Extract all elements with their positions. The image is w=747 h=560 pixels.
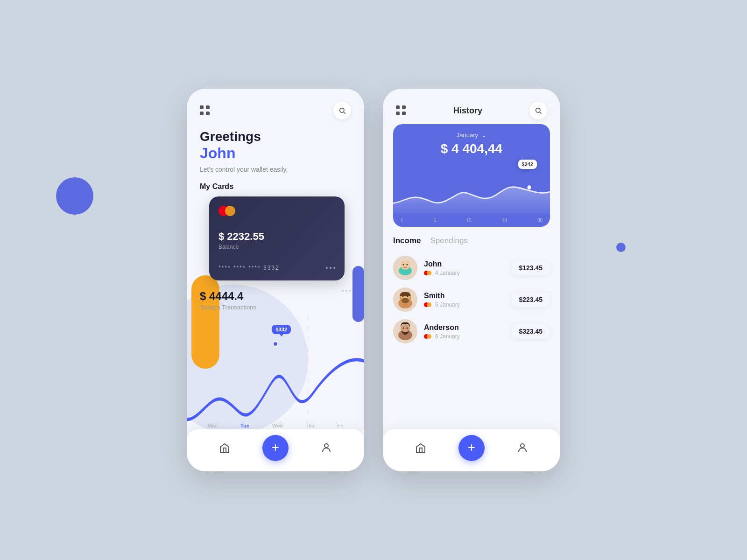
search-button[interactable] [333, 102, 351, 119]
svg-line-1 [344, 112, 345, 114]
profile-nav-button[interactable] [316, 438, 337, 458]
svg-point-0 [340, 108, 344, 112]
home-nav-button-2[interactable] [410, 438, 431, 458]
greeting-text: Greetings [200, 129, 351, 145]
chart-label-20: 20 [502, 218, 507, 223]
svg-point-23 [403, 328, 404, 329]
transaction-item-smith[interactable]: Smith 5 January $223.45 [393, 287, 550, 313]
chart-month: January ⌄ [401, 132, 543, 139]
my-cards-label: My Cards [200, 182, 351, 191]
history-title: History [453, 106, 482, 116]
day-fri: Fri [338, 423, 344, 428]
search-button-2[interactable] [529, 102, 547, 119]
avatar-anderson [393, 319, 417, 343]
transaction-date-row-john: 4 January [424, 270, 505, 276]
svg-point-25 [521, 444, 524, 448]
avatar-john [393, 256, 417, 280]
transaction-amount-john: $123.45 [511, 260, 550, 275]
bg-decoration-circle-left [56, 177, 93, 215]
profile-icon [321, 442, 332, 454]
search-icon-2 [535, 107, 542, 114]
chart-label-1: 1 [401, 218, 403, 223]
svg-point-6 [536, 108, 540, 112]
credit-card[interactable]: $ 2232.55 Balance **** **** **** 3332 [209, 196, 345, 280]
transaction-date-john: 4 January [435, 270, 460, 276]
card-menu[interactable] [326, 267, 335, 269]
greeting-section: Greetings John Let's control your wallet… [187, 124, 364, 280]
day-mon: Mon [208, 423, 218, 428]
add-nav-button-2[interactable]: + [458, 435, 485, 461]
transactions-amount: $ 4444.4 [200, 290, 351, 303]
bottom-nav-phone1: + [187, 429, 364, 471]
transactions-section: $ 4444.4 Today's Transactions [187, 280, 364, 311]
transaction-info-anderson: Anderson 6 January [424, 323, 505, 340]
chart-x-labels: 1 5 15 20 30 [401, 218, 543, 223]
phone-history: History January ⌄ $ 4 404,44 $242 [383, 89, 560, 471]
home-icon-2 [415, 442, 426, 454]
bg-decoration-circle-right [616, 243, 626, 252]
transaction-item-john[interactable]: John 4 January $123.45 [393, 255, 550, 281]
phones-container: Greetings John Let's control your wallet… [187, 89, 560, 471]
svg-point-11 [403, 264, 404, 266]
plus-icon: + [272, 441, 279, 454]
chart-tooltip-2: $242 [518, 160, 537, 169]
transaction-name-anderson: Anderson [424, 323, 505, 332]
add-nav-button[interactable]: + [262, 435, 289, 461]
transaction-date-row-anderson: 6 January [424, 333, 505, 340]
day-labels: Mon Tue Wed Thu Fri [187, 423, 364, 428]
svg-point-12 [407, 264, 408, 266]
card-balance: $ 2232.55 [218, 231, 335, 243]
greeting-subtitle: Let's control your wallet easily. [200, 166, 351, 173]
home-nav-button[interactable] [214, 438, 235, 458]
history-chart-line [393, 172, 550, 214]
mastercard-icon-anderson [424, 334, 431, 339]
mastercard-icon-smith [424, 302, 431, 307]
phone1-header [187, 89, 364, 124]
day-tue: Tue [240, 423, 249, 428]
day-wed: Wed [272, 423, 282, 428]
transaction-name-smith: Smith [424, 292, 505, 300]
greeting-name: John [200, 145, 351, 162]
chart-dot [273, 341, 278, 347]
profile-icon-2 [517, 442, 528, 454]
svg-point-17 [402, 298, 409, 303]
transaction-amount-anderson: $323.45 [511, 324, 550, 339]
chart-label-15: 15 [466, 218, 472, 223]
mastercard-logo [218, 206, 235, 216]
chart-label-5: 5 [433, 218, 436, 223]
tab-income[interactable]: Income [393, 236, 421, 247]
transaction-list: John 4 January $123.45 [393, 255, 550, 344]
chart-amount: $ 4 404,44 [401, 141, 543, 156]
transaction-item-anderson[interactable]: Anderson 6 January $323.45 [393, 318, 550, 344]
tab-spendings[interactable]: Spendings [430, 236, 468, 247]
menu-icon[interactable] [200, 105, 210, 116]
transaction-date-anderson: 6 January [435, 333, 460, 340]
chart-label-30: 30 [537, 218, 543, 223]
mastercard-icon-john [424, 271, 431, 275]
phone-home: Greetings John Let's control your wallet… [187, 89, 364, 471]
avatar-smith [393, 287, 417, 312]
bottom-nav-phone2: + [383, 429, 560, 471]
plus-icon-2: + [468, 441, 475, 454]
profile-nav-button-2[interactable] [512, 438, 533, 458]
transaction-date-row-smith: 5 January [424, 301, 505, 308]
transactions-label: Today's Transactions [200, 304, 351, 311]
transactions-more-menu[interactable] [342, 290, 351, 292]
card-number: **** **** **** 3332 [218, 265, 280, 271]
transaction-info-smith: Smith 5 January [424, 292, 505, 308]
chart-tooltip: $332 [272, 325, 290, 334]
card-balance-label: Balance [218, 244, 335, 250]
transaction-info-john: John 4 January [424, 260, 505, 276]
menu-icon-2[interactable] [396, 105, 406, 116]
chart-point [528, 185, 531, 189]
transaction-date-smith: 5 January [435, 301, 460, 308]
search-icon [338, 107, 346, 114]
phone2-header: History [383, 89, 560, 124]
history-chart: January ⌄ $ 4 404,44 $242 [393, 124, 550, 227]
card-bottom: **** **** **** 3332 [218, 265, 335, 271]
card-top [218, 206, 335, 216]
home-icon [219, 442, 230, 454]
svg-point-10 [401, 260, 410, 270]
svg-point-5 [324, 444, 328, 448]
transaction-name-john: John [424, 260, 505, 268]
